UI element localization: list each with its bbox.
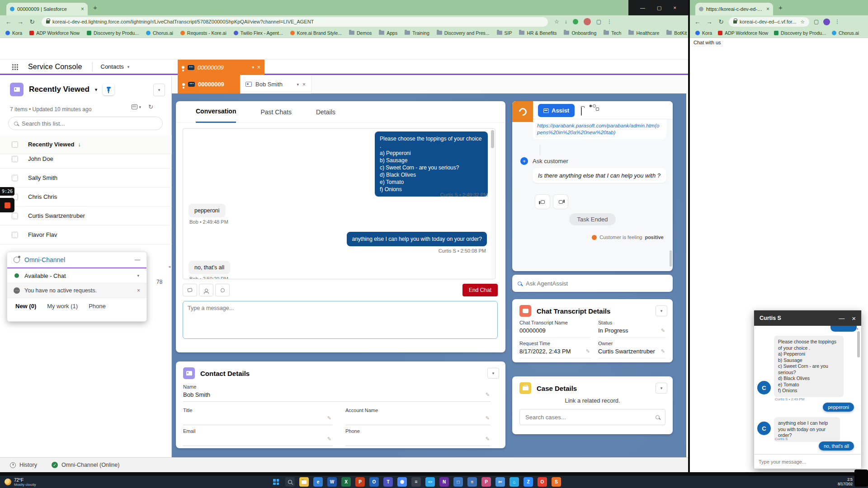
taskbar-start-icon[interactable] — [271, 477, 281, 487]
tab-phone[interactable]: Phone — [89, 303, 106, 310]
edit-pencil-icon[interactable]: ✎ — [327, 415, 331, 421]
taskbar-vscode-icon[interactable]: <> — [425, 477, 435, 487]
refresh-list-icon[interactable]: ↻ — [148, 103, 153, 110]
chat-widget-header[interactable]: Curtis S — × — [754, 310, 861, 326]
panel-collapse-handle-icon[interactable]: ◂ — [168, 264, 170, 269]
field-name[interactable]: Name Bob Smith ✎ — [183, 384, 491, 402]
taskbar-notepad-icon[interactable]: ≡ — [467, 477, 477, 487]
bookmark-star-icon[interactable]: ☆ — [554, 19, 559, 25]
bookmark-folder[interactable]: BotKit and Integrati... — [666, 30, 688, 36]
utility-history-button[interactable]: History — [5, 458, 42, 472]
bookmark-star-icon[interactable]: ☆ — [800, 19, 805, 25]
message-composer-input[interactable] — [188, 305, 493, 335]
bookmark-item[interactable]: ADP Workforce Now — [29, 30, 80, 36]
bookmark-folder[interactable]: Discovery and Pres... — [437, 30, 490, 36]
taskbar-opera-icon[interactable]: O — [538, 477, 547, 487]
taskbar-calculator-icon[interactable]: = — [411, 477, 421, 487]
field-title[interactable]: Title ✎ — [183, 408, 332, 425]
taskbar-onenote-icon[interactable]: N — [439, 477, 449, 487]
browser-tab-salesforce[interactable]: 00000009 | Salesforce × — [6, 3, 88, 15]
new-tab-button[interactable]: + — [93, 4, 97, 11]
edit-pencil-icon[interactable]: ✎ — [661, 348, 665, 354]
bookmark-folder[interactable]: SIP — [497, 30, 512, 36]
download-icon[interactable]: ↓ — [565, 19, 567, 25]
field-status[interactable]: Status In Progress ✎ — [598, 320, 666, 338]
back-icon[interactable]: ← — [692, 18, 703, 25]
bookmark-item[interactable]: Kora — [5, 30, 22, 36]
library-folder-icon[interactable] — [581, 108, 582, 116]
taskbar-edge-icon[interactable]: e — [313, 477, 323, 487]
edit-pencil-icon[interactable]: ✎ — [327, 436, 331, 442]
kebab-menu-icon[interactable]: ⋮ — [835, 19, 840, 25]
taskbar-outlook-icon[interactable]: O — [369, 477, 379, 487]
list-selector-caret-icon[interactable]: ▾ — [95, 87, 98, 93]
field-account-name[interactable]: Account Name ✎ — [345, 408, 491, 425]
taskbar-weather-widget[interactable]: 72°F Mostly cloudy — [0, 478, 68, 487]
list-item-contact[interactable]: Chris Chris — [0, 188, 172, 206]
chat-widget-composer[interactable] — [754, 454, 861, 469]
presence-status-row[interactable]: Available - Chat ▾ — [7, 268, 146, 283]
ask-agentassist-input[interactable] — [526, 280, 667, 287]
taskbar-clock[interactable]: 2:5 8/17/202 — [838, 477, 853, 486]
bookmark-folder[interactable]: Apps — [379, 30, 397, 36]
kebab-menu-icon[interactable]: ⋮ — [607, 19, 612, 25]
field-request-time[interactable]: Request Time 8/17/2022, 2:43 PM ✎ — [519, 341, 591, 358]
taskbar-file-explorer-icon[interactable] — [299, 477, 309, 487]
bookmark-item[interactable]: Discovery by Produ... — [774, 30, 826, 36]
edit-pencil-icon[interactable]: ✎ — [661, 328, 665, 333]
scroll-up-icon[interactable]: ▴ — [857, 327, 859, 330]
nav-item-contacts[interactable]: Contacts▾ — [101, 63, 130, 70]
case-search-input[interactable] — [525, 414, 652, 421]
back-icon[interactable]: ← — [3, 18, 14, 25]
taskbar-photos-icon[interactable]: □ — [453, 477, 463, 487]
minimize-icon[interactable]: — — [839, 315, 844, 322]
bookmark-item[interactable]: Requests - Kore.ai — [180, 30, 226, 36]
thumbs-up-button[interactable] — [535, 194, 550, 209]
field-email[interactable]: Email ✎ — [183, 428, 332, 446]
sidebar-collapse-button[interactable]: ▾ — [153, 84, 165, 96]
browser-tab-chat[interactable]: https://koreai-c-dev-ed--c.vf.fo... × — [695, 3, 773, 15]
display-as-button[interactable]: ▾ — [132, 103, 142, 110]
list-item-contact[interactable]: John Doe — [0, 150, 172, 169]
taskbar-powerpoint-icon[interactable]: P — [355, 477, 365, 487]
attach-snippet-button[interactable] — [215, 284, 230, 296]
bookmark-folder[interactable]: Demos — [349, 30, 372, 36]
bookmark-item[interactable]: Kora — [695, 30, 712, 36]
bookmark-item[interactable]: Kore.ai Brand Style... — [290, 30, 342, 36]
taskbar-sococo-icon[interactable]: S — [552, 477, 561, 487]
owner-link[interactable]: Curtis Swartzentruber — [598, 348, 666, 355]
taskbar-zoom-icon[interactable]: Z — [524, 477, 533, 487]
list-search-input[interactable] — [22, 120, 157, 127]
close-icon[interactable]: × — [852, 314, 856, 322]
suggested-link-card[interactable]: https://parabank.parasoft.com/parabank/a… — [533, 119, 666, 139]
bookmark-folder[interactable]: HR & Benefits — [519, 30, 557, 36]
tab-conversation[interactable]: Conversation — [196, 101, 236, 123]
bookmark-folder[interactable]: Healthcare — [628, 30, 659, 36]
taskbar-chrome-icon[interactable] — [397, 477, 407, 487]
taskbar-search-icon[interactable] — [285, 477, 295, 487]
scrollbar-thumb[interactable] — [670, 250, 672, 267]
tab-close-icon[interactable]: × — [257, 64, 260, 70]
message-composer[interactable] — [183, 301, 498, 339]
tab-close-icon[interactable]: × — [81, 6, 84, 12]
forward-icon[interactable]: → — [703, 18, 715, 25]
row-checkbox[interactable] — [12, 232, 18, 238]
bookmark-item[interactable]: Chorus.ai — [832, 30, 859, 36]
chevron-down-icon[interactable]: ▾ — [137, 273, 139, 278]
ask-agentassist-search[interactable] — [512, 275, 673, 292]
list-search[interactable] — [8, 117, 163, 130]
refresh-icon[interactable]: ↻ — [715, 18, 727, 25]
address-bar[interactable]: koreai-c-dev-ed--c.vf.for... ☆ — [729, 17, 809, 27]
window-minimize-icon[interactable]: — — [640, 5, 645, 10]
select-all-checkbox[interactable] — [12, 141, 18, 148]
edit-pencil-icon[interactable]: ✎ — [486, 415, 490, 421]
edit-pencil-icon[interactable]: ✎ — [586, 348, 590, 354]
row-checkbox[interactable] — [12, 213, 18, 219]
workspace-tab-chat[interactable]: 00000009 ▾ × — [178, 60, 264, 75]
dismiss-icon[interactable]: × — [137, 287, 140, 294]
scrollbar[interactable]: ▴ — [857, 327, 860, 453]
minimize-icon[interactable]: — — [135, 257, 140, 263]
scrollbar-thumb[interactable] — [491, 130, 494, 148]
chat-message-list[interactable]: Please choose the toppings of your choic… — [183, 128, 495, 279]
refresh-icon[interactable]: ↻ — [26, 18, 38, 25]
